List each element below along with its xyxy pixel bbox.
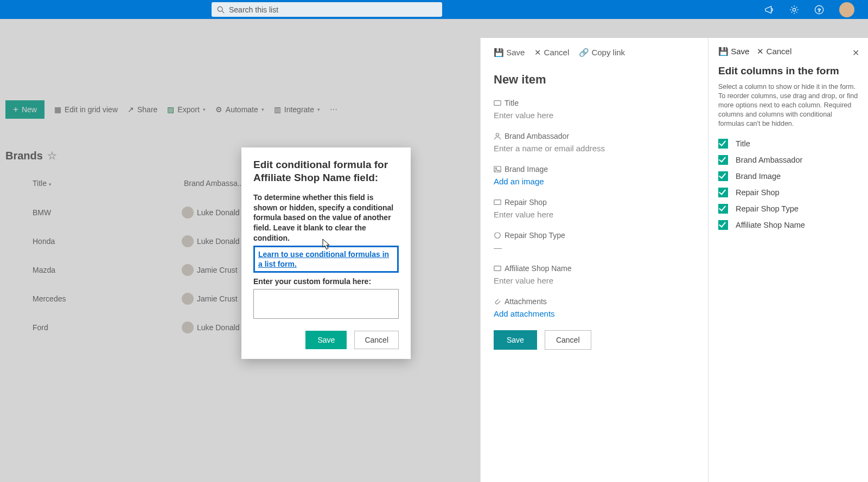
add-image-link[interactable]: Add an image: [494, 177, 695, 186]
svg-point-10: [495, 233, 501, 239]
field-label-affiliate: Affiliate Shop Name: [505, 264, 571, 273]
search-placeholder: Search this list: [229, 5, 278, 14]
checkbox-icon: [718, 155, 728, 165]
megaphone-icon[interactable]: [764, 5, 774, 15]
gear-icon[interactable]: [789, 5, 799, 15]
add-attachments-link[interactable]: Add attachments: [494, 309, 695, 318]
conditional-formula-dialog: Edit conditional formula for Affiliate S…: [241, 147, 411, 359]
column-toggle-affiliate[interactable]: Affiliate Shop Name: [718, 220, 858, 230]
help-icon[interactable]: ?: [814, 5, 824, 15]
affiliate-input[interactable]: Enter value here: [494, 276, 695, 285]
column-toggle-ambassador[interactable]: Brand Ambassador: [718, 155, 858, 165]
field-label-attachments: Attachments: [505, 297, 547, 306]
repairtype-input[interactable]: —: [494, 243, 695, 252]
field-label-repairtype: Repair Shop Type: [505, 231, 565, 240]
svg-text:?: ?: [818, 7, 821, 12]
svg-point-0: [218, 7, 222, 11]
search-input[interactable]: Search this list: [212, 2, 442, 17]
svg-point-6: [496, 133, 499, 136]
text-icon: [494, 99, 501, 107]
editcols-cancel-button[interactable]: ✕ Cancel: [757, 47, 792, 56]
panel-save-button[interactable]: 💾 Save: [494, 48, 525, 57]
column-toggle-repairshop[interactable]: Repair Shop: [718, 188, 858, 197]
repairshop-input[interactable]: Enter value here: [494, 210, 695, 219]
editcols-save-button[interactable]: 💾 Save: [718, 47, 749, 56]
newitem-cancel-button[interactable]: Cancel: [545, 330, 591, 350]
title-input[interactable]: Enter value here: [494, 111, 695, 120]
new-item-heading: New item: [494, 73, 695, 87]
editcols-description: Select a column to show or hide it in th…: [718, 82, 858, 128]
field-label-ambassador: Brand Ambassador: [505, 132, 569, 140]
image-icon: [494, 165, 501, 173]
dialog-title: Edit conditional formula for Affiliate S…: [253, 158, 399, 185]
close-icon[interactable]: ✕: [852, 48, 859, 58]
svg-rect-9: [494, 200, 501, 205]
field-label-title: Title: [505, 99, 519, 107]
formula-label: Enter your custom formula here:: [253, 277, 399, 286]
learn-formulas-link[interactable]: Learn to use conditional formulas in a l…: [258, 250, 389, 268]
svg-rect-11: [494, 266, 501, 271]
dialog-save-button[interactable]: Save: [305, 331, 347, 349]
svg-line-1: [222, 11, 224, 13]
attachment-icon: [494, 298, 501, 305]
column-toggle-repairtype[interactable]: Repair Shop Type: [718, 204, 858, 214]
checkbox-icon: [718, 204, 728, 214]
dialog-cancel-button[interactable]: Cancel: [354, 331, 399, 349]
person-icon: [494, 132, 501, 140]
svg-point-2: [793, 8, 795, 11]
newitem-save-button[interactable]: Save: [494, 330, 537, 350]
svg-point-8: [495, 168, 496, 169]
new-item-panel: 💾 Save ✕ Cancel 🔗 Copy link New item Tit…: [480, 38, 708, 482]
edit-columns-panel: 💾 Save ✕ Cancel ✕ Edit columns in the fo…: [708, 38, 868, 482]
checkbox-icon: [718, 188, 728, 197]
formula-input[interactable]: [253, 289, 399, 319]
search-icon: [217, 6, 225, 14]
field-label-brandimage: Brand Image: [505, 165, 548, 173]
text-icon: [494, 198, 501, 206]
text-icon: [494, 265, 501, 272]
learn-link-highlight: Learn to use conditional formulas in a l…: [253, 246, 399, 273]
svg-rect-5: [494, 101, 501, 106]
column-toggle-brandimage[interactable]: Brand Image: [718, 171, 858, 181]
avatar[interactable]: [839, 2, 854, 17]
field-label-repairshop: Repair Shop: [505, 198, 547, 207]
checkbox-icon: [718, 171, 728, 181]
editcols-heading: Edit columns in the form: [718, 65, 858, 77]
copy-link-button[interactable]: 🔗 Copy link: [579, 48, 625, 57]
dialog-body: To determine whether this field is shown…: [253, 192, 399, 243]
checkbox-icon: [718, 220, 728, 230]
column-toggle-title[interactable]: Title: [718, 139, 858, 149]
checkbox-icon: [718, 139, 728, 149]
choice-icon: [494, 232, 501, 239]
panel-cancel-button[interactable]: ✕ Cancel: [534, 48, 569, 57]
app-header: Search this list ?: [0, 0, 868, 19]
ambassador-input[interactable]: Enter a name or email address: [494, 144, 695, 153]
